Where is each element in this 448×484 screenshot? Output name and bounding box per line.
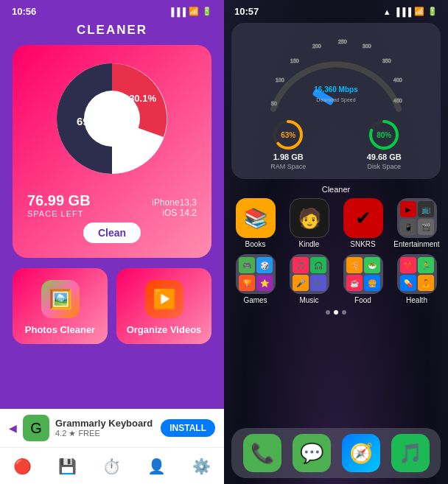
disk-value: 49.68 GB <box>367 152 402 161</box>
photos-label: Photos Cleaner <box>25 324 95 335</box>
disk-label: Disk Space <box>367 163 401 170</box>
nav-cpu[interactable]: 💾 <box>58 457 77 475</box>
health-icon: ❤️ 🏃 💊 🧘 <box>397 254 437 294</box>
disk-pct: 80% <box>377 131 391 139</box>
snkrs-icon: ✔ <box>343 198 383 238</box>
signal-icon-right: ▐▐▐ <box>394 7 411 16</box>
battery-icon-left: 🔋 <box>202 7 212 16</box>
ad-banner: ◀ G Grammarly Keyboard 4.2 ★ FREE INSTAL… <box>0 409 224 447</box>
food-icon: 🍕 🥗 ☕ 🍔 <box>343 254 383 294</box>
games-icon: 🎮 🎲 🏆 ⭐ <box>236 254 276 294</box>
nav-home[interactable]: 🔴 <box>13 457 32 475</box>
videos-label: Organize Videos <box>127 324 202 335</box>
wifi-icon-left: 📶 <box>189 7 199 16</box>
cleaner-label: Cleaner <box>224 185 448 194</box>
app-title: CLEANER <box>77 23 147 38</box>
food-label: Food <box>354 296 371 304</box>
health-folder[interactable]: ❤️ 🏃 💊 🧘 Health <box>393 254 441 304</box>
speedometer-svg: 50 100 150 200 250 300 350 400 450 16,36… <box>262 32 410 113</box>
svg-text:250: 250 <box>338 39 347 44</box>
svg-text:50: 50 <box>271 101 277 106</box>
svg-text:200: 200 <box>312 43 321 49</box>
status-bar-right: 10:57 ▲ ▐▐▐ 📶 🔋 <box>224 0 448 20</box>
space-info: 76.99 GB SPACE LEFT iPhone13,3 iOS 14.2 <box>27 192 197 218</box>
status-icons-right: ▲ ▐▐▐ 📶 🔋 <box>383 7 438 16</box>
space-left: 76.99 GB SPACE LEFT <box>27 192 91 218</box>
svg-text:400: 400 <box>393 77 402 83</box>
space-value: 76.99 GB <box>27 192 91 209</box>
device-info: iPhone13,3 iOS 14.2 <box>152 197 197 218</box>
nav-settings[interactable]: ⚙️ <box>192 457 211 475</box>
entertainment-icon: ▶ 📺 📱 🎬 <box>397 198 437 238</box>
svg-text:16,360 Mbps: 16,360 Mbps <box>314 85 358 94</box>
videos-icon: ▶️ <box>145 280 183 318</box>
wifi-icon-right: 📶 <box>414 7 424 16</box>
pie-svg <box>53 60 171 178</box>
pie-chart: 69.9% 30.1% <box>53 60 171 178</box>
app-grid-row1: 📚 Books 🧑 Kindle ✔ SNKRS ▶ 📺 📱 🎬 Enterta… <box>224 198 448 248</box>
books-label: Books <box>245 240 266 248</box>
games-label: Games <box>243 296 267 304</box>
phone-dock-icon[interactable]: 📞 <box>243 434 281 472</box>
status-bar-left: 10:56 ▐▐▐ 📶 🔋 <box>0 0 224 20</box>
food-folder[interactable]: 🍕 🥗 ☕ 🍔 Food <box>339 254 387 304</box>
app-grid-row2: 🎮 🎲 🏆 ⭐ Games 🎵 🎧 🎤 🎼 Music 🍕 🥗 ☕ 🍔 <box>224 254 448 304</box>
device-name: iPhone13,3 <box>152 197 197 208</box>
music-label: Music <box>299 296 318 304</box>
kindle-label: Kindle <box>299 240 320 248</box>
books-app[interactable]: 📚 Books <box>231 198 279 248</box>
music-folder[interactable]: 🎵 🎧 🎤 🎼 Music <box>285 254 333 304</box>
photos-icon: 🖼️ <box>41 280 80 318</box>
bottom-nav: 🔴 💾 ⏱️ 👤 ⚙️ <box>0 447 224 484</box>
main-card: 69.9% 30.1% 76.99 GB SPACE LEFT iPhone13… <box>13 45 211 258</box>
left-phone: 10:56 ▐▐▐ 📶 🔋 CLEANER 69.9% 30.1% <box>0 0 224 484</box>
dock: 📞 💬 🧭 🎵 <box>231 428 441 478</box>
ram-label: RAM Space <box>270 163 306 170</box>
right-phone: 10:57 ▲ ▐▐▐ 📶 🔋 50 100 150 200 <box>224 0 448 484</box>
location-icon: ▲ <box>383 7 391 16</box>
pie-label-30: 30.1% <box>129 93 156 104</box>
ad-rating: 4.2 ★ FREE <box>55 429 155 438</box>
messages-dock-icon[interactable]: 💬 <box>293 434 331 472</box>
nav-contacts[interactable]: 👤 <box>147 457 166 475</box>
svg-text:350: 350 <box>382 58 391 63</box>
organize-videos-button[interactable]: ▶️ Organize Videos <box>116 268 211 344</box>
ram-stat: 63% 1.98 GB RAM Space <box>270 119 306 170</box>
ram-pct: 63% <box>281 131 295 139</box>
svg-text:Download Speed: Download Speed <box>316 97 355 103</box>
page-dots <box>224 310 448 315</box>
snkrs-label: SNKRS <box>350 240 375 248</box>
disk-stat: 80% 49.68 GB Disk Space <box>367 119 402 170</box>
status-icons-left: ▐▐▐ 📶 🔋 <box>169 7 212 16</box>
music-icon: 🎵 🎧 🎤 🎼 <box>290 254 329 294</box>
time-right: 10:57 <box>234 6 259 17</box>
svg-text:100: 100 <box>276 77 284 83</box>
dot-1 <box>326 310 330 315</box>
install-button[interactable]: INSTALL <box>161 419 215 437</box>
svg-text:450: 450 <box>393 98 402 103</box>
svg-text:150: 150 <box>290 58 299 63</box>
svg-text:300: 300 <box>363 43 371 49</box>
kindle-icon: 🧑 <box>290 198 329 238</box>
pie-label-69: 69.9% <box>77 115 108 127</box>
feature-buttons: 🖼️ Photos Cleaner ▶️ Organize Videos <box>13 268 211 344</box>
space-label: SPACE LEFT <box>27 209 91 218</box>
ad-text: Grammarly Keyboard 4.2 ★ FREE <box>55 418 155 438</box>
kindle-app[interactable]: 🧑 Kindle <box>285 198 333 248</box>
health-label: Health <box>406 296 427 304</box>
snkrs-app[interactable]: ✔ SNKRS <box>339 198 387 248</box>
nav-speed[interactable]: ⏱️ <box>102 457 121 475</box>
dot-2 <box>334 310 338 315</box>
photos-cleaner-button[interactable]: 🖼️ Photos Cleaner <box>13 268 108 344</box>
ram-ring: 63% <box>272 119 304 151</box>
clean-button[interactable]: Clean <box>83 222 141 243</box>
time-left: 10:56 <box>12 6 36 17</box>
widget-stats: 63% 1.98 GB RAM Space 80% 49.68 GB Disk … <box>240 119 432 170</box>
safari-dock-icon[interactable]: 🧭 <box>342 434 380 472</box>
battery-icon-right: 🔋 <box>427 7 438 16</box>
ad-arrow-icon: ◀ <box>9 422 17 434</box>
ios-version: iOS 14.2 <box>152 208 197 218</box>
games-folder[interactable]: 🎮 🎲 🏆 ⭐ Games <box>231 254 279 304</box>
entertainment-folder[interactable]: ▶ 📺 📱 🎬 Entertainment <box>393 198 441 248</box>
spotify-dock-icon[interactable]: 🎵 <box>391 434 430 472</box>
